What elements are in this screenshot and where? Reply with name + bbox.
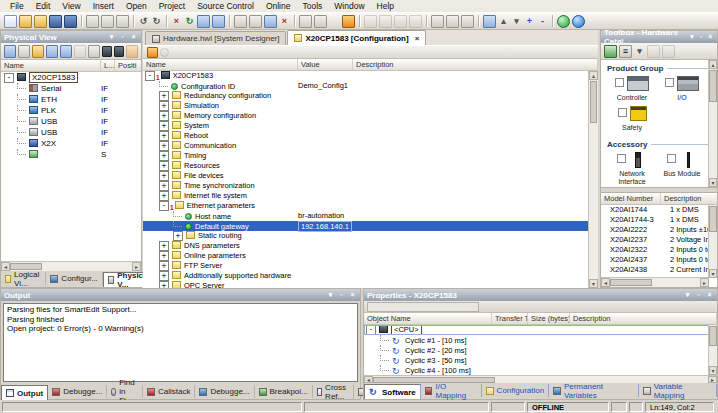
- product-group-io[interactable]: I/O: [657, 76, 707, 102]
- paste-icon[interactable]: [116, 15, 129, 28]
- io-checkbox[interactable]: [665, 78, 674, 87]
- panel-menu-icon[interactable]: ▾: [107, 33, 116, 42]
- config-row[interactable]: +Simulation: [143, 101, 589, 111]
- save-all-icon[interactable]: [64, 15, 77, 28]
- panel-menu-icon[interactable]: ▾: [688, 33, 695, 42]
- expand-icon[interactable]: +: [159, 171, 169, 181]
- favorites-icon[interactable]: [647, 45, 660, 58]
- window-icon[interactable]: [379, 15, 392, 28]
- panel-menu-icon[interactable]: ▾: [326, 291, 335, 300]
- software-row-cyclic1[interactable]: ↻Cyclic #1 - [10 ms]: [364, 335, 717, 345]
- config-column-header[interactable]: Name Value Description: [143, 59, 598, 71]
- pin-icon[interactable]: ▫: [694, 291, 703, 300]
- offline-globe-icon[interactable]: [572, 15, 585, 28]
- tree-node-slot[interactable]: S: [1, 149, 141, 160]
- menu-help[interactable]: Help: [371, 0, 400, 12]
- menu-view[interactable]: View: [56, 0, 86, 12]
- tab-callstack[interactable]: Callstack: [143, 385, 195, 398]
- cut-icon[interactable]: [86, 15, 99, 28]
- tab-cross-reference[interactable]: Cross Ref...: [313, 385, 354, 398]
- refresh-icon[interactable]: ↻: [184, 16, 195, 27]
- menu-open[interactable]: Open: [120, 0, 153, 12]
- col-position[interactable]: Positi: [115, 60, 141, 71]
- tab-breakpoints[interactable]: Breakpoi...: [255, 385, 313, 398]
- expand-icon[interactable]: -: [145, 71, 155, 81]
- legend-icon[interactable]: [126, 45, 138, 58]
- col-value[interactable]: Value: [298, 59, 353, 70]
- tree-node-usb2[interactable]: USB IF: [1, 127, 141, 138]
- config-row[interactable]: +Memory configuration: [143, 111, 589, 121]
- col-model-number[interactable]: Model Number: [601, 193, 661, 204]
- close-icon[interactable]: ×: [705, 291, 714, 300]
- config-row[interactable]: +Time synchronization: [143, 181, 589, 191]
- model-row[interactable]: X20AI24382 Current Inputs,: [601, 265, 709, 275]
- properties-vscrollbar[interactable]: ▾: [708, 325, 717, 375]
- properties-column-header[interactable]: Object Name Transfer To Size (bytes) Des…: [364, 313, 717, 325]
- expand-icon[interactable]: +: [159, 101, 169, 111]
- find-icon[interactable]: [483, 15, 496, 28]
- window-icon[interactable]: [409, 15, 422, 28]
- col-size-bytes[interactable]: Size (bytes): [528, 313, 570, 324]
- compare-config-icon[interactable]: [160, 48, 169, 57]
- new-project-icon[interactable]: [4, 15, 17, 28]
- config-row[interactable]: +OPC Server: [143, 281, 589, 288]
- software-row-cyclic3[interactable]: ↻Cyclic #3 - [50 ms]: [364, 355, 717, 365]
- menu-project[interactable]: Project: [153, 0, 191, 12]
- model-table-vscrollbar[interactable]: ▾: [708, 205, 717, 278]
- module2-icon[interactable]: [114, 46, 124, 57]
- transfer-icon[interactable]: [234, 15, 247, 28]
- accessory-network-interface[interactable]: Network Interface: [607, 152, 657, 186]
- config-row[interactable]: +DNS parameters: [143, 241, 589, 251]
- config-row[interactable]: Configuration ID Demo_Config1: [143, 81, 589, 91]
- save-icon[interactable]: [49, 15, 62, 28]
- model-row[interactable]: X20AI1744-31 x DMS: [601, 215, 709, 225]
- panel-menu-icon[interactable]: ▾: [683, 291, 692, 300]
- tree-node-usb1[interactable]: USB IF: [1, 116, 141, 127]
- software-row-cpu[interactable]: -<CPU>: [364, 325, 717, 335]
- tab-configuration[interactable]: Configuration: [482, 384, 550, 397]
- expand-icon[interactable]: +: [159, 91, 169, 101]
- status-lamp-icon[interactable]: [342, 15, 355, 28]
- expand-icon[interactable]: -: [159, 201, 169, 211]
- bookmark-down-icon[interactable]: ▾: [511, 16, 522, 27]
- col-name[interactable]: Name: [143, 59, 298, 70]
- close-icon[interactable]: ×: [348, 291, 357, 300]
- expand-icon[interactable]: +: [159, 191, 169, 201]
- config-row-host-name[interactable]: Host name br-automation: [143, 211, 589, 221]
- monitor-icon[interactable]: [264, 15, 277, 28]
- delete-icon[interactable]: ×: [171, 16, 182, 27]
- expand-icon[interactable]: +: [173, 231, 183, 241]
- stop-icon[interactable]: ×: [279, 16, 290, 27]
- config-row[interactable]: +Additionally supported hardware: [143, 271, 589, 281]
- col-object-name[interactable]: Object Name: [364, 313, 492, 324]
- tree-node-x2x[interactable]: X2X IF: [1, 138, 141, 149]
- safety-checkbox[interactable]: [618, 108, 627, 117]
- output-log[interactable]: Parsing files for SmartEdit Support... P…: [3, 303, 358, 382]
- tab-configuration-view[interactable]: Configur...: [46, 272, 102, 285]
- zoom-in-icon[interactable]: +: [524, 16, 535, 27]
- filter-clear-icon[interactable]: [662, 45, 675, 58]
- expand-icon[interactable]: +: [159, 271, 169, 281]
- config-row-root[interactable]: -1X20CP1583: [143, 71, 589, 81]
- expand-icon[interactable]: +: [159, 111, 169, 121]
- col-description[interactable]: Description: [353, 59, 598, 70]
- expand-icon[interactable]: +: [159, 161, 169, 171]
- config-row-default-gateway[interactable]: Default gateway 192.168.140.1: [143, 221, 589, 231]
- config-row-ethernet[interactable]: -1Ethernet parameters: [143, 201, 589, 211]
- open-project-icon[interactable]: [19, 15, 32, 28]
- expand-icon[interactable]: +: [159, 181, 169, 191]
- model-table-hscrollbar[interactable]: ◂▸: [601, 277, 709, 287]
- doc-icon[interactable]: [74, 45, 86, 58]
- tab-debugger-watch[interactable]: Debugge...: [195, 385, 254, 398]
- config-row[interactable]: +Internet file system: [143, 191, 589, 201]
- tab-logical-view[interactable]: Logical Vi...: [1, 272, 46, 285]
- expand-icon[interactable]: +: [159, 261, 169, 271]
- product-group-controller[interactable]: Controller: [607, 76, 657, 102]
- undo-icon[interactable]: ↺: [138, 16, 149, 27]
- model-row[interactable]: X20AI17441 x DMS: [601, 205, 709, 215]
- col-name[interactable]: Name: [1, 60, 101, 71]
- toolbox-vscrollbar[interactable]: ▴ ▾: [708, 60, 717, 187]
- menu-file[interactable]: File: [4, 0, 30, 12]
- product-group-safety[interactable]: Safety: [607, 106, 657, 132]
- network-interface-checkbox[interactable]: [617, 154, 626, 163]
